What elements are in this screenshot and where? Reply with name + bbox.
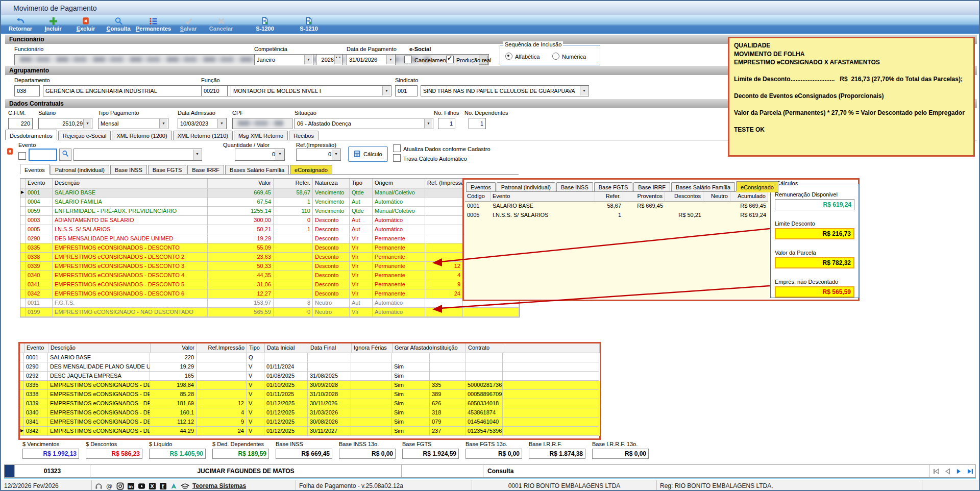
permanentes-button[interactable]: Permanentes: [136, 16, 171, 33]
table-row[interactable]: 0001SALARIO BASE58,67R$ 669,45R$ 669,45: [465, 202, 768, 211]
table-row[interactable]: 0342EMPRESTIMOS eCONSIGNADOS - DESCONTO …: [20, 289, 519, 299]
nav-next-button[interactable]: [953, 467, 964, 476]
salario-field[interactable]: 2510,29: [38, 118, 92, 129]
nav-last-button[interactable]: [965, 467, 975, 476]
tab-msg-xml-retorno[interactable]: Msg XML Retorno: [234, 131, 288, 140]
tab-xml-retorno-1200[interactable]: XML Retorno (1200): [112, 131, 172, 140]
table-row[interactable]: 0335EMPRESTIMOS eCONSIGNADOS - DESCONTO1…: [20, 381, 600, 390]
tab-econsignado[interactable]: eConsignado: [290, 165, 332, 174]
youtube-icon[interactable]: [138, 482, 145, 490]
departamento-code-field[interactable]: 038: [14, 85, 40, 96]
at-icon[interactable]: @: [106, 482, 113, 490]
cpf-field[interactable]: [232, 118, 292, 129]
evento-description-select[interactable]: [74, 149, 202, 161]
graduation-cap-icon[interactable]: [181, 483, 189, 489]
s-1210-button[interactable]: S-1210: [293, 16, 324, 33]
linkedin-icon[interactable]: in: [127, 482, 135, 490]
tab-base-inss[interactable]: Base INSS: [556, 182, 593, 191]
table-row[interactable]: 0290DES MENSALIDADE PLANO SAUDE UNIMED19…: [20, 234, 519, 243]
table-row[interactable]: 0011F.G.T.S.153,978NeutroAutAutomático: [20, 299, 519, 308]
table-row[interactable]: 0335EMPRESTIMOS eCONSIGNADOS - DESCONTO5…: [20, 243, 519, 253]
competencia-month-select[interactable]: Janeiro: [254, 54, 313, 65]
alfabetica-radio[interactable]: Alfabética: [505, 53, 540, 60]
excluir-button[interactable]: Excluir: [70, 16, 101, 33]
tab-eventos[interactable]: Eventos: [466, 182, 496, 191]
tab-eventos[interactable]: Eventos: [20, 164, 50, 174]
ref-impressao-select[interactable]: 0: [296, 149, 341, 161]
situacao-select[interactable]: 06 - Afastado Doença: [295, 118, 433, 129]
tab-base-irrf[interactable]: Base IRRF: [633, 182, 670, 191]
incluir-button[interactable]: Incluir: [38, 16, 68, 33]
total-base-inss-13o: Base INSS 13o.R$ 0,00: [339, 441, 396, 459]
tab-xml-retorno-1210[interactable]: XML Retorno (1210): [173, 131, 233, 140]
tab-bases-salario-familia[interactable]: Bases Salário Família: [225, 165, 289, 174]
x-icon[interactable]: X: [149, 482, 156, 490]
headset-icon[interactable]: [95, 482, 103, 490]
delete-event-icon[interactable]: [6, 148, 14, 157]
sindicato-code-field[interactable]: 001: [395, 85, 418, 96]
funcao-select[interactable]: MONTADOR DE MOLDES NIVEL I: [231, 85, 391, 96]
table-row[interactable]: 0339EMPRESTIMOS eCONSIGNADOS - DESCONTO …: [20, 262, 519, 271]
sindicato-select[interactable]: SIND TRAB NAS IND PAPEL E CELULOSE DE GU…: [421, 85, 589, 96]
quantidade-valor-select[interactable]: 0: [235, 149, 285, 161]
facebook-icon[interactable]: f: [159, 482, 167, 490]
tab-bases-salario-familia[interactable]: Bases Salário Família: [671, 182, 735, 191]
tab-base-fgts[interactable]: Base FGTS: [594, 182, 632, 191]
instagram-icon[interactable]: [116, 482, 124, 490]
table-row[interactable]: 0292DESC JAQUETA EMPRESA165V01/08/202531…: [20, 372, 600, 381]
tab-base-inss[interactable]: Base INSS: [110, 165, 147, 174]
table-row[interactable]: 0339EMPRESTIMOS eCONSIGNADOS - DESCONTO1…: [20, 399, 600, 408]
cell-refer: [274, 262, 313, 271]
tab-recibos[interactable]: Recibos: [289, 131, 318, 140]
table-row[interactable]: 0199EMPRESTIMO eCONSIGNADO - NAO DESCONT…: [20, 308, 519, 317]
table-row[interactable]: 0290DES MENSALIDADE PLANO SAUDE UNIMED19…: [20, 362, 600, 372]
chm-field[interactable]: 220: [8, 118, 33, 129]
table-row[interactable]: 0338EMPRESTIMOS eCONSIGNADOS - DESCONTO …: [20, 253, 519, 262]
table-row[interactable]: 0003ADIANTAMENTO DE SALARIO300,000Descon…: [20, 216, 519, 225]
table-row[interactable]: 0004SALARIO FAMILIA67,541VencimentoAutAu…: [20, 198, 519, 207]
table-row[interactable]: 0338EMPRESTIMOS eCONSIGNADOS - DESCONTO8…: [20, 390, 600, 399]
cell-tipo: V: [247, 362, 264, 372]
evento-search-button[interactable]: [59, 149, 71, 161]
teorema-icon[interactable]: [170, 482, 178, 490]
retornar-button[interactable]: Retornar: [5, 16, 36, 33]
table-row[interactable]: 0340EMPRESTIMOS eCONSIGNADOS - DESCONTO …: [20, 271, 519, 280]
atualiza-dados-checkbox[interactable]: Atualiza Dados conforme Cadastro: [393, 144, 491, 152]
funcao-code-field[interactable]: 00210: [201, 85, 228, 96]
tab-patronal-individual[interactable]: Patronal (individual): [497, 182, 555, 191]
nav-previous-button[interactable]: [942, 467, 953, 476]
evento-checkbox[interactable]: [18, 152, 26, 160]
table-row[interactable]: 0341EMPRESTIMOS eCONSIGNADOS - DESCONTO1…: [20, 418, 600, 427]
tipo-pagamento-select[interactable]: Mensal: [98, 118, 168, 129]
s-1200-button[interactable]: S-1200: [250, 16, 280, 33]
nav-first-button[interactable]: [931, 467, 942, 476]
producao-real-checkbox[interactable]: Produção real: [446, 56, 492, 63]
table-row[interactable]: 0341EMPRESTIMOS eCONSIGNADOS - DESCONTO …: [20, 280, 519, 289]
table-row[interactable]: 0005I.N.S.S. S/ SALARIOS1R$ 50,21R$ 619,…: [465, 211, 768, 220]
cell-descricao: ENFERMIDADE - PRÉ-AUX. PREVIDENCIÁRIO: [53, 207, 208, 216]
table-row[interactable]: 0005I.N.S.S. S/ SALARIOS50,211DescontoAu…: [20, 225, 519, 234]
competencia-year-stepper[interactable]: 2026: [316, 54, 342, 65]
evento-code-input[interactable]: [29, 149, 57, 161]
tab-patronal-individual[interactable]: Patronal (individual): [51, 165, 109, 174]
tab-desdobramentos[interactable]: Desdobramentos: [5, 130, 57, 140]
tab-econsignado[interactable]: eConsignado: [736, 181, 778, 191]
cancelamento-checkbox[interactable]: Cancelamento: [404, 56, 451, 63]
table-row[interactable]: ▶0001SALARIO BASE669,4558,67VencimentoQt…: [20, 188, 519, 198]
teorema-sistemas-link[interactable]: Teorema Sistemas: [192, 482, 246, 489]
data-admissao-select[interactable]: 10/03/2023: [178, 118, 227, 129]
trava-calculo-checkbox[interactable]: Trava Cálculo Automático: [393, 154, 467, 162]
table-row[interactable]: 0340EMPRESTIMOS eCONSIGNADOS - DESCONTO1…: [20, 408, 600, 418]
table-row[interactable]: ▶0342EMPRESTIMOS eCONSIGNADOS - DESCONTO…: [20, 427, 600, 436]
tab-rejeicao-e-social[interactable]: Rejeição e-Social: [58, 131, 111, 140]
table-row[interactable]: 0059ENFERMIDADE - PRÉ-AUX. PREVIDENCIÁRI…: [20, 207, 519, 216]
data-pagamento-select[interactable]: 31/01/2026: [347, 54, 396, 65]
table-row[interactable]: 0001SALARIO BASE220Q: [20, 353, 600, 362]
dependentes-field[interactable]: 1: [469, 118, 486, 129]
numerica-radio[interactable]: Numérica: [552, 53, 586, 60]
tab-base-fgts[interactable]: Base FGTS: [148, 165, 186, 174]
tab-base-irrf[interactable]: Base IRRF: [187, 165, 224, 174]
consulta-button[interactable]: Consulta: [103, 16, 134, 33]
filhos-field[interactable]: 1: [438, 118, 455, 129]
calculo-button[interactable]: Cálculo: [348, 146, 388, 162]
